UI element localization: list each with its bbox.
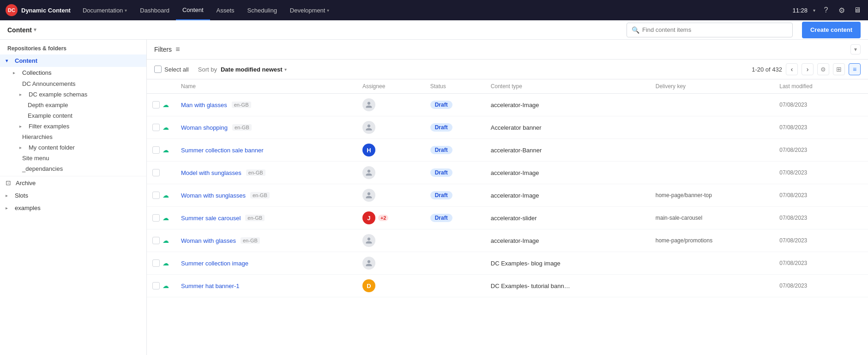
sidebar-content-label: Content xyxy=(15,57,37,64)
row-name[interactable]: Model with sunglassesen-GB xyxy=(181,169,351,176)
col-checkbox xyxy=(147,79,175,94)
sidebar-item-my-content-folder[interactable]: ▸ My content folder xyxy=(0,142,146,153)
row-delivery-key-cell xyxy=(650,162,774,184)
create-content-button[interactable]: Create content xyxy=(802,22,861,38)
sort-chevron-icon[interactable]: ▾ xyxy=(284,67,287,72)
sidebar-item-examples[interactable]: ▸ examples xyxy=(0,202,146,214)
dc-schemas-label: DC example schemas xyxy=(29,91,87,98)
sidebar-item-dc-example-schemas[interactable]: ▸ DC example schemas xyxy=(0,89,146,100)
cloud-icon: ☁ xyxy=(163,146,169,154)
pagination-prev-button[interactable]: ‹ xyxy=(786,63,798,75)
select-all-checkbox[interactable] xyxy=(154,66,162,73)
sidebar-collapse-handle[interactable]: ‹ xyxy=(146,189,147,206)
cloud-icon: ☁ xyxy=(163,259,169,267)
row-name[interactable]: Man with glassesen-GB xyxy=(181,102,351,108)
row-last-modified-cell: 07/08/2023 xyxy=(774,116,854,139)
row-checkbox-cell: ☁ xyxy=(147,94,175,116)
row-checkbox-cell: ☁ xyxy=(147,207,175,229)
table-row: Model with sunglassesen-GBDraftaccelerat… xyxy=(147,162,868,184)
sidebar-item-site-menu[interactable]: Site menu xyxy=(0,153,146,163)
nav-scheduling-label: Scheduling xyxy=(247,7,277,14)
col-name[interactable]: Name xyxy=(175,79,357,94)
nav-item-development[interactable]: Development ▾ xyxy=(283,0,336,20)
row-checkbox[interactable] xyxy=(152,259,160,267)
sidebar-item-hierarchies[interactable]: Hierarchies xyxy=(0,132,146,142)
list-view-button[interactable]: ≡ xyxy=(849,63,861,75)
monitor-icon[interactable]: 🖥 xyxy=(852,5,862,15)
time-chevron-icon[interactable]: ▾ xyxy=(813,8,815,13)
grid-view-button[interactable]: ⊞ xyxy=(833,63,845,75)
brand[interactable]: DC Dynamic Content xyxy=(6,4,71,16)
filter-icon[interactable]: ≡ xyxy=(175,45,180,54)
search-input[interactable] xyxy=(642,26,788,33)
row-name[interactable]: Summer collection image xyxy=(181,260,351,267)
dc-schemas-expand-icon: ▸ xyxy=(19,92,26,97)
depth-example-label: Depth example xyxy=(28,102,68,108)
sidebar-item-slots[interactable]: ▸ Slots xyxy=(0,189,146,202)
slots-label: Slots xyxy=(15,192,28,199)
col-last-modified: Last modified xyxy=(774,79,854,94)
row-last-modified-cell: 07/08/2023 xyxy=(774,162,854,184)
filter-examples-label: Filter examples xyxy=(29,123,69,130)
row-checkbox[interactable] xyxy=(152,282,160,289)
row-status-cell: Draft xyxy=(425,184,485,207)
sidebar-item-archive[interactable]: ⊡ Archive xyxy=(0,176,146,189)
table-row: ☁Man with glassesen-GBDraftaccelerator-I… xyxy=(147,94,868,116)
row-checkbox[interactable] xyxy=(152,214,160,222)
filter-examples-expand-icon: ▸ xyxy=(19,124,26,129)
row-name[interactable]: Woman shoppingen-GB xyxy=(181,124,351,131)
nav-dashboard-label: Dashboard xyxy=(140,7,169,14)
dc-announcements-label: DC Announcements xyxy=(22,80,76,87)
sidebar-item-dc-announcements[interactable]: DC Announcements xyxy=(0,78,146,89)
filters-bar: Filters ≡ ▾ xyxy=(147,40,868,60)
row-name[interactable]: Summer collection sale banner xyxy=(181,147,351,154)
time-display: 11:28 xyxy=(792,7,808,14)
avatar-placeholder xyxy=(362,166,375,179)
cloud-icon: ☁ xyxy=(163,192,169,199)
nav-item-documentation[interactable]: Documentation ▾ xyxy=(76,0,133,20)
row-last-modified-cell: 07/08/2023 xyxy=(774,207,854,229)
content-breadcrumb[interactable]: Content ▾ xyxy=(7,26,36,34)
sidebar-item-dependancies[interactable]: _dependancies xyxy=(0,163,146,174)
row-last-modified-cell: 07/08/2023 xyxy=(774,229,854,252)
filter-tune-button[interactable]: ⚙ xyxy=(817,63,829,75)
row-checkbox[interactable] xyxy=(152,169,160,176)
row-name[interactable]: Woman with sunglassesen-GB xyxy=(181,192,351,199)
nav-item-content[interactable]: Content xyxy=(176,0,210,20)
help-icon[interactable]: ? xyxy=(821,5,831,15)
settings-icon[interactable]: ⚙ xyxy=(837,5,847,15)
sidebar-item-filter-examples[interactable]: ▸ Filter examples xyxy=(0,121,146,132)
row-assignee-cell xyxy=(357,229,425,252)
example-content-label: Example content xyxy=(28,112,72,119)
sidebar-item-example-content[interactable]: Example content xyxy=(0,110,146,121)
row-delivery-key-cell xyxy=(650,94,774,116)
my-content-folder-label: My content folder xyxy=(29,144,75,151)
row-name[interactable]: Summer hat banner-1 xyxy=(181,283,351,289)
sidebar-item-collections[interactable]: ▸ Collections xyxy=(0,67,146,78)
sidebar-item-content[interactable]: ▾ Content xyxy=(0,54,146,67)
hierarchies-label: Hierarchies xyxy=(22,133,53,140)
table-wrapper: Name Assignee Status Content type Delive… xyxy=(147,79,868,355)
row-checkbox-cell xyxy=(147,162,175,184)
sidebar-item-depth-example[interactable]: Depth example xyxy=(0,100,146,110)
row-checkbox[interactable] xyxy=(152,101,160,108)
collections-expand-icon: ▸ xyxy=(13,70,19,75)
row-name[interactable]: Woman with glassesen-GB xyxy=(181,237,351,244)
row-name[interactable]: Summer sale carouselen-GB xyxy=(181,215,351,222)
cloud-icon: ☁ xyxy=(163,101,169,108)
row-checkbox[interactable] xyxy=(152,124,160,131)
nav-item-scheduling[interactable]: Scheduling xyxy=(241,0,283,20)
pagination-next-button[interactable]: › xyxy=(802,63,814,75)
row-checkbox[interactable] xyxy=(152,237,160,244)
select-all-label[interactable]: Select all xyxy=(164,66,189,73)
row-delivery-key-cell xyxy=(650,116,774,139)
scroll-hint[interactable]: ▾ xyxy=(850,44,861,54)
chevron-icon: ▾ xyxy=(125,8,127,13)
nav-item-assets[interactable]: Assets xyxy=(210,0,241,20)
row-status-cell: Draft xyxy=(425,139,485,162)
nav-item-dashboard[interactable]: Dashboard xyxy=(133,0,176,20)
row-name-cell: Summer sale carouselen-GB xyxy=(175,207,357,229)
row-checkbox[interactable] xyxy=(152,192,160,199)
row-checkbox[interactable] xyxy=(152,146,160,154)
sort-by-value[interactable]: Date modified newest xyxy=(221,66,283,73)
